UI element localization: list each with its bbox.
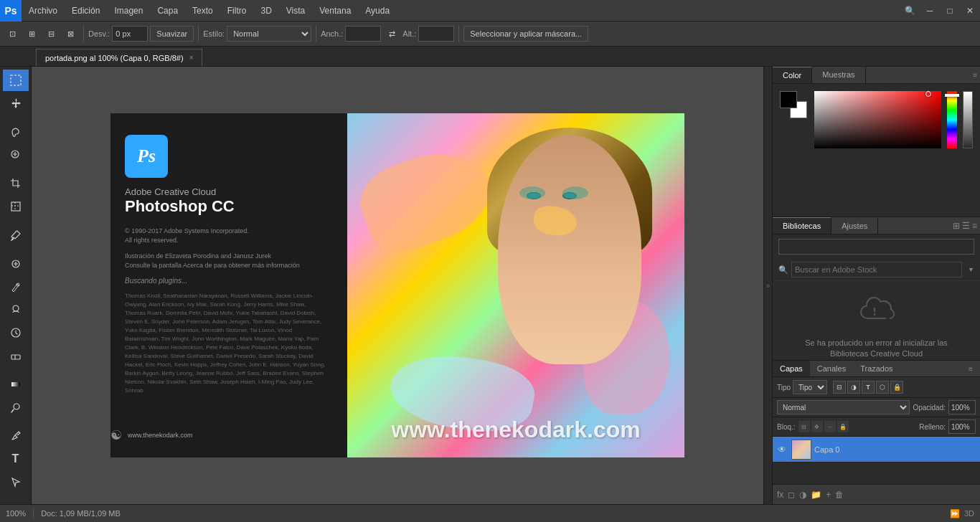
tab-close-btn[interactable]: × (189, 54, 194, 62)
gradient-tool[interactable] (3, 374, 29, 395)
menu-vista[interactable]: Vista (279, 0, 312, 21)
canvas-area[interactable]: Ps Adobe Creative Cloud Photoshop CC © 1… (32, 67, 763, 504)
text-tool[interactable]: T (3, 448, 29, 470)
lib-search-input[interactable] (778, 239, 974, 255)
subtract-selection-btn[interactable]: ⊟ (42, 25, 60, 42)
product-label: Photoshop CC (125, 197, 333, 216)
add-group-icon[interactable]: 📁 (811, 490, 821, 500)
pixel-layer-icon[interactable]: ⊟ (833, 381, 846, 394)
mask-button[interactable]: Seleccionar y aplicar máscara... (463, 26, 588, 42)
tab-trazados[interactable]: Trazados (853, 361, 900, 376)
intersect-selection-btn[interactable]: ⊠ (62, 25, 79, 42)
lib-list-icon[interactable]: ☰ (962, 221, 970, 231)
layer-visibility-toggle[interactable]: 👁 (776, 443, 788, 456)
close-button[interactable]: ✕ (960, 1, 980, 21)
menu-edicion[interactable]: Edición (65, 0, 107, 21)
relleno-label: Relleno: (919, 423, 946, 431)
move-tool[interactable] (3, 92, 29, 114)
lib-menu-icon[interactable]: ≡ (972, 221, 977, 231)
dodge-tool[interactable] (3, 397, 29, 418)
path-select-tool[interactable] (3, 471, 29, 493)
adobe-stock-input[interactable] (791, 262, 962, 277)
ancho-input[interactable] (345, 26, 381, 42)
slice-tool[interactable] (3, 196, 29, 217)
svg-point-9 (14, 404, 19, 409)
tab-canales[interactable]: Canales (810, 361, 853, 376)
document-tab[interactable]: portada.png al 100% (Capa 0, RGB/8#) × (36, 49, 202, 66)
tab-ajustes[interactable]: Ajustes (831, 218, 878, 234)
menu-archivo[interactable]: Archivo (22, 0, 65, 21)
alpha-slider[interactable] (963, 91, 973, 148)
add-selection-btn[interactable]: ⊞ (23, 25, 40, 42)
portrait-face (498, 135, 641, 364)
suavizar-btn[interactable]: Suavizar (150, 26, 194, 42)
menu-capa[interactable]: Capa (150, 0, 185, 21)
search-button[interactable]: 🔍 (900, 1, 920, 21)
brush-tool[interactable] (3, 276, 29, 298)
estilo-select[interactable]: Normal Fijo Proporciones fijas (227, 26, 311, 42)
lock-move-icon[interactable]: ↔ (824, 421, 836, 432)
lock-pixels-icon[interactable]: ⊟ (798, 421, 810, 432)
alto-input[interactable] (418, 26, 454, 42)
3d-icon[interactable]: 3D (964, 509, 974, 518)
blend-mode-select[interactable]: Normal (777, 400, 910, 414)
add-mask-icon[interactable]: ◻ (788, 490, 795, 500)
add-style-icon[interactable]: fx (777, 490, 783, 500)
panel-collapse-btn[interactable]: » (763, 67, 772, 504)
crop-tool[interactable] (3, 173, 29, 194)
new-selection-btn[interactable]: ⊡ (4, 25, 21, 42)
layer-type-icons: ⊟ ◑ T ⬡ 🔒 (833, 381, 903, 394)
marquee-tool[interactable] (3, 70, 29, 91)
right-panel: Color Muestras ≡ (772, 67, 980, 504)
minimize-button[interactable]: ─ (920, 1, 940, 21)
tab-capas[interactable]: Capas (773, 361, 810, 376)
delete-layer-icon[interactable]: 🗑 (835, 490, 844, 500)
menu-3d[interactable]: 3D (253, 0, 278, 21)
tab-bibliotecas[interactable]: Bibliotecas (773, 217, 831, 234)
panel-menu-icon[interactable]: ≡ (973, 71, 977, 79)
clone-tool[interactable] (3, 299, 29, 321)
opacity-input[interactable] (948, 400, 976, 414)
pen-tool[interactable] (3, 425, 29, 447)
layer-item[interactable]: 👁 Capa 0 (773, 437, 980, 462)
history-tool[interactable] (3, 322, 29, 343)
timeline-icon[interactable]: ⏩ (950, 509, 960, 518)
menu-imagen[interactable]: Imagen (107, 0, 150, 21)
color-gradient-overlay (814, 91, 941, 148)
window-controls: 🔍 ─ □ ✕ (900, 1, 980, 21)
tab-muestras[interactable]: Muestras (812, 67, 865, 83)
desvio-input[interactable] (112, 26, 148, 42)
add-adjustment-icon[interactable]: ◑ (799, 490, 806, 500)
foreground-color-swatch[interactable] (780, 91, 797, 108)
lasso-tool[interactable] (3, 121, 29, 143)
color-spectrum[interactable] (814, 91, 941, 148)
menu-ayuda[interactable]: Ayuda (358, 0, 397, 21)
tipo-select[interactable]: Tipo (793, 380, 827, 394)
spot-heal-tool[interactable] (3, 253, 29, 275)
shape-tool[interactable] (3, 500, 29, 504)
menu-filtro[interactable]: Filtro (220, 0, 254, 21)
swap-dimensions-btn[interactable]: ⇄ (383, 25, 400, 42)
maximize-button[interactable]: □ (940, 1, 960, 21)
relleno-input[interactable] (948, 419, 976, 434)
shape-layer-icon[interactable]: ⬡ (876, 381, 889, 394)
svg-point-5 (13, 305, 19, 311)
lock-position-icon[interactable]: ✥ (811, 421, 823, 432)
add-layer-icon[interactable]: + (826, 490, 831, 500)
menu-texto[interactable]: Texto (185, 0, 220, 21)
eraser-tool[interactable] (3, 345, 29, 366)
text-layer-icon[interactable]: T (862, 381, 875, 394)
layers-panel-menu[interactable]: ≡ (964, 362, 977, 375)
search-dropdown-icon[interactable]: ▼ (968, 266, 974, 273)
portrait-background: www.thenekodark.com (347, 113, 684, 457)
quick-select-tool[interactable] (3, 144, 29, 166)
adjustment-layer-icon[interactable]: ◑ (847, 381, 860, 394)
eyedropper-tool[interactable] (3, 224, 29, 246)
menu-ventana[interactable]: Ventana (312, 0, 358, 21)
lock-all-icon[interactable]: 🔒 (837, 421, 849, 432)
lib-grid-icon[interactable]: ⊞ (953, 221, 960, 231)
color-swatches[interactable] (780, 91, 809, 120)
hue-slider[interactable] (947, 91, 957, 148)
tab-color[interactable]: Color (773, 67, 812, 83)
smart-object-icon[interactable]: 🔒 (890, 381, 903, 394)
